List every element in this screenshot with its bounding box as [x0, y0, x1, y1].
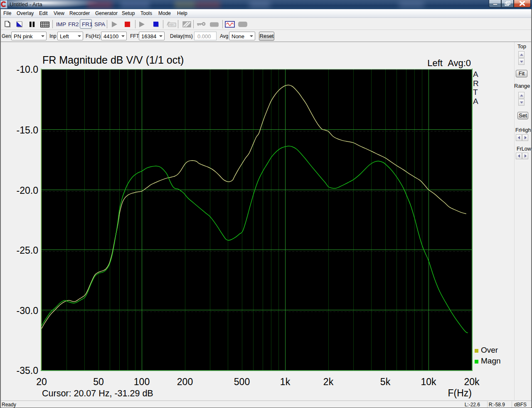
svg-text:ABC: ABC: [169, 23, 175, 26]
